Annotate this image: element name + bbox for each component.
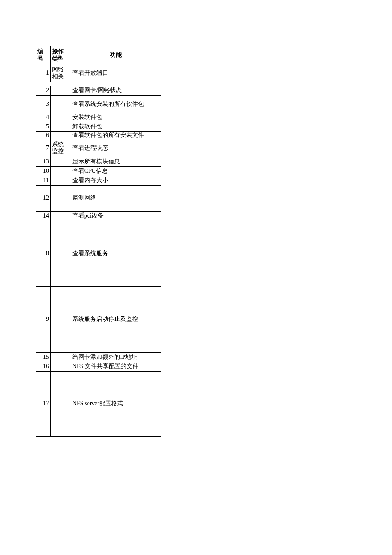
cell-type: 系统监控: [50, 139, 71, 157]
cell-type: 网络相关: [50, 64, 71, 82]
cell-func: 查看pci设备: [71, 211, 161, 221]
cell-num: 4: [36, 113, 51, 122]
table-row: 11查看内存大小: [36, 176, 161, 185]
cell-type: [50, 96, 71, 113]
table-row: 14查看pci设备: [36, 211, 161, 221]
cell-type: [50, 352, 71, 362]
table-row: 17NFS server配置格式: [36, 371, 161, 436]
table-header-row: 编号 操作类型 功能: [36, 46, 161, 64]
cell-func: 查看系统安装的所有软件包: [71, 96, 161, 113]
cell-func: 显示所有模块信息: [71, 157, 161, 166]
table-row: 12监测网络: [36, 185, 161, 211]
cell-num: 15: [36, 352, 51, 362]
cell-func: 系统服务启动停止及监控: [71, 286, 161, 352]
cell-func: 查看网卡/网络状态: [71, 86, 161, 96]
cell-num: 9: [36, 286, 51, 352]
cell-type: [50, 362, 71, 371]
cell-func: 查看开放端口: [71, 64, 161, 82]
cell-num: 3: [36, 96, 51, 113]
cell-type: [50, 113, 71, 122]
cell-num: 12: [36, 185, 51, 211]
cell-func: 查看系统服务: [71, 221, 161, 286]
cell-num: 11: [36, 176, 51, 185]
cell-num: 2: [36, 86, 51, 96]
cell-func: 查看CPU信息: [71, 166, 161, 176]
table-row: 5卸载软件包: [36, 122, 161, 132]
table-row: 9系统服务启动停止及监控: [36, 286, 161, 352]
table-row: 16NFS 文件共享配置的文件: [36, 362, 161, 371]
table-row: 4安装软件包: [36, 113, 161, 122]
cell-num: 7: [36, 139, 51, 157]
document-page: 编号 操作类型 功能 1网络相关查看开放端口2查看网卡/网络状态3查看系统安装的…: [0, 0, 392, 555]
cell-type: [50, 211, 71, 221]
table-row: 8查看系统服务: [36, 221, 161, 286]
header-func: 功能: [71, 46, 161, 64]
cell-type: [50, 166, 71, 176]
cell-func: 监测网络: [71, 185, 161, 211]
cell-type: [50, 176, 71, 185]
cell-type: [50, 122, 71, 132]
table-row: 3查看系统安装的所有软件包: [36, 96, 161, 113]
cell-func: 安装软件包: [71, 113, 161, 122]
table-row: 6查看软件包的所有安装文件: [36, 132, 161, 139]
spacer-row: [36, 82, 161, 86]
table-row: 2查看网卡/网络状态: [36, 86, 161, 96]
reference-table: 编号 操作类型 功能 1网络相关查看开放端口2查看网卡/网络状态3查看系统安装的…: [36, 46, 161, 437]
spacer-cell: [36, 82, 161, 86]
table-body: 1网络相关查看开放端口2查看网卡/网络状态3查看系统安装的所有软件包4安装软件包…: [36, 64, 161, 437]
cell-num: 16: [36, 362, 51, 371]
cell-func: 给网卡添加额外的IP地址: [71, 352, 161, 362]
cell-func: 查看软件包的所有安装文件: [71, 132, 161, 139]
cell-num: 14: [36, 211, 51, 221]
header-num: 编号: [36, 46, 51, 64]
table-row: 1网络相关查看开放端口: [36, 64, 161, 82]
header-type: 操作类型: [50, 46, 71, 64]
cell-num: 10: [36, 166, 51, 176]
cell-num: 1: [36, 64, 51, 82]
cell-func: 查看进程状态: [71, 139, 161, 157]
table-row: 13显示所有模块信息: [36, 157, 161, 166]
cell-func: NFS server配置格式: [71, 371, 161, 436]
table-row: 10查看CPU信息: [36, 166, 161, 176]
cell-type: [50, 132, 71, 139]
cell-num: 13: [36, 157, 51, 166]
cell-type: [50, 286, 71, 352]
cell-type: [50, 185, 71, 211]
cell-func: NFS 文件共享配置的文件: [71, 362, 161, 371]
table-row: 15给网卡添加额外的IP地址: [36, 352, 161, 362]
cell-func: 卸载软件包: [71, 122, 161, 132]
cell-num: 8: [36, 221, 51, 286]
cell-num: 5: [36, 122, 51, 132]
cell-type: [50, 221, 71, 286]
cell-num: 17: [36, 371, 51, 436]
table-row: 7系统监控查看进程状态: [36, 139, 161, 157]
cell-num: 6: [36, 132, 51, 139]
cell-type: [50, 86, 71, 96]
cell-func: 查看内存大小: [71, 176, 161, 185]
cell-type: [50, 371, 71, 436]
cell-type: [50, 157, 71, 166]
